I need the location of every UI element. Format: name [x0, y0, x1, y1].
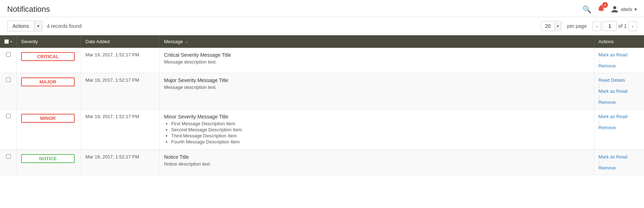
notifications-icon[interactable]: 4 [597, 4, 605, 14]
table-row: NOTICEMar 19, 2017, 1:52:17 PMNotice Tit… [0, 150, 644, 175]
table-row: MAJORMar 19, 2017, 1:52:17 PMMajor Sever… [0, 73, 644, 110]
list-item: Fourth Message Description Item [171, 139, 590, 144]
severity-badge: CRITICAL [21, 52, 75, 61]
action-link-remove[interactable]: Remove [599, 125, 640, 130]
severity-badge: MAJOR [21, 77, 75, 86]
action-links: Mark as Read|Remove [599, 52, 640, 69]
page-title: Notifications [7, 5, 50, 14]
list-item: Third Message Description Item [171, 133, 590, 138]
table-header-row: ▾ Severity Date Added Message ↓ Actions [0, 35, 644, 48]
message-title: Minor Severity Message Title [164, 114, 590, 120]
toolbar-right: 20 ▾ per page ‹ of 1 › [541, 21, 637, 31]
pagination: ‹ of 1 › [593, 21, 637, 31]
list-item: Second Message Description Item [171, 127, 590, 132]
header-checkbox-cell: ▾ [0, 35, 17, 48]
action-separator: | [599, 94, 640, 99]
message-desc: Message description text. [164, 59, 590, 65]
col-header-date: Date Added [81, 35, 160, 48]
message-cell: Critical Severity Message TitleMessage d… [160, 48, 594, 73]
message-desc: Message description text. [164, 85, 590, 90]
list-item: First Message Description Item [171, 121, 590, 126]
message-sort-icon[interactable]: ↓ [185, 40, 188, 44]
message-list: First Message Description ItemSecond Mes… [164, 121, 590, 144]
action-link-mark-as-read[interactable]: Mark as Read [599, 88, 640, 94]
col-header-actions: Actions [594, 35, 644, 48]
action-separator: | [599, 120, 640, 125]
row-checkbox-cell [0, 110, 17, 150]
date-cell: Mar 19, 2017, 1:52:17 PM [81, 48, 160, 73]
date-cell: Mar 19, 2017, 1:52:17 PM [81, 150, 160, 175]
action-links: Mark as Read|Remove [599, 154, 640, 171]
message-cell: Major Severity Message TitleMessage desc… [160, 73, 594, 110]
severity-cell: MINOR [17, 110, 81, 150]
action-link-mark-as-read[interactable]: Mark as Read [599, 154, 640, 159]
per-page-caret-icon[interactable]: ▾ [554, 22, 561, 30]
action-separator: | [599, 83, 640, 88]
header-icons: 🔍 4 atwix ▾ [583, 4, 637, 14]
action-link-remove[interactable]: Remove [599, 100, 640, 105]
col-header-message: Message ↓ [160, 35, 594, 48]
actions-cell: Mark as Read|Remove [594, 150, 644, 175]
row-checkbox[interactable] [6, 77, 11, 82]
total-pages-label: of 1 [618, 23, 626, 29]
message-title: Major Severity Message Title [164, 77, 590, 83]
actions-caret-icon[interactable]: ▾ [34, 21, 42, 31]
action-link-read-details[interactable]: Read Details [599, 77, 640, 83]
per-page-selector[interactable]: 20 ▾ [541, 21, 561, 31]
row-checkbox-cell [0, 73, 17, 110]
action-separator: | [599, 58, 640, 63]
actions-cell: Mark as Read|Remove [594, 110, 644, 150]
per-page-label: per page [567, 23, 587, 29]
action-link-remove[interactable]: Remove [599, 63, 640, 69]
username: atwix [621, 6, 632, 12]
message-cell: Notice TitleNotice description text. [160, 150, 594, 175]
message-desc: Notice description text. [164, 161, 590, 167]
row-checkbox-cell [0, 150, 17, 175]
row-checkbox[interactable] [6, 114, 11, 118]
message-cell: Minor Severity Message TitleFirst Messag… [160, 110, 594, 150]
severity-badge: NOTICE [21, 154, 75, 163]
table-row: CRITICALMar 19, 2017, 1:52:17 PMCritical… [0, 48, 644, 73]
notification-badge: 4 [602, 2, 608, 8]
select-all-checkbox[interactable] [4, 39, 9, 44]
action-link-mark-as-read[interactable]: Mark as Read [599, 52, 640, 57]
action-links: Read Details|Mark as Read|Remove [599, 77, 640, 105]
prev-page-button[interactable]: ‹ [593, 21, 601, 31]
severity-cell: NOTICE [17, 150, 81, 175]
action-link-remove[interactable]: Remove [599, 165, 640, 171]
col-header-severity: Severity [17, 35, 81, 48]
message-title: Notice Title [164, 154, 590, 160]
select-all-caret-icon[interactable]: ▾ [10, 40, 12, 44]
action-separator: | [599, 160, 640, 165]
action-link-mark-as-read[interactable]: Mark as Read [599, 114, 640, 119]
row-checkbox-cell [0, 48, 17, 73]
toolbar: Actions ▾ 4 records found 20 ▾ per page … [0, 17, 644, 35]
current-page-input[interactable] [603, 21, 617, 31]
action-links: Mark as Read|Remove [599, 114, 640, 130]
date-cell: Mar 19, 2017, 1:52:17 PM [81, 73, 160, 110]
row-checkbox[interactable] [6, 52, 11, 57]
search-icon[interactable]: 🔍 [583, 5, 591, 14]
user-menu[interactable]: atwix ▾ [611, 5, 637, 13]
message-title: Critical Severity Message Title [164, 52, 590, 58]
actions-cell: Read Details|Mark as Read|Remove [594, 73, 644, 110]
actions-label: Actions [8, 21, 34, 31]
next-page-button[interactable]: › [628, 21, 637, 31]
row-checkbox[interactable] [6, 154, 11, 159]
date-cell: Mar 19, 2017, 1:52:17 PM [81, 110, 160, 150]
per-page-value: 20 [541, 21, 554, 31]
notifications-table: ▾ Severity Date Added Message ↓ Actions … [0, 35, 644, 175]
toolbar-left: Actions ▾ 4 records found [7, 21, 81, 31]
actions-dropdown[interactable]: Actions ▾ [7, 21, 43, 31]
severity-cell: MAJOR [17, 73, 81, 110]
table-body: CRITICALMar 19, 2017, 1:52:17 PMCritical… [0, 48, 644, 175]
actions-cell: Mark as Read|Remove [594, 48, 644, 73]
table-row: MINORMar 19, 2017, 1:52:17 PMMinor Sever… [0, 110, 644, 150]
top-header: Notifications 🔍 4 atwix ▾ [0, 0, 644, 17]
user-dropdown-arrow: ▾ [634, 6, 637, 12]
records-count: 4 records found [47, 23, 81, 29]
severity-cell: CRITICAL [17, 48, 81, 73]
severity-badge: MINOR [21, 114, 75, 123]
